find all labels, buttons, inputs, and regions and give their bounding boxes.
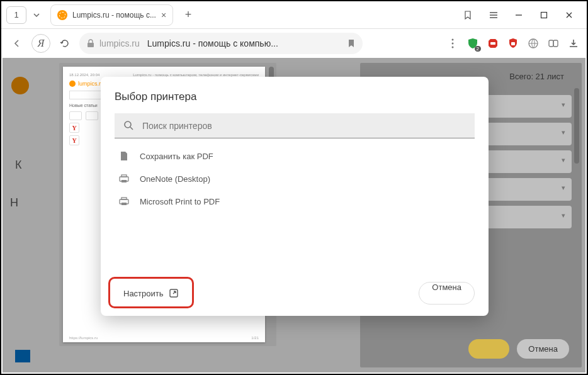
file-icon (118, 151, 130, 161)
svg-rect-13 (122, 180, 127, 182)
printer-option-mspdf[interactable]: Microsoft Print to PDF (115, 190, 475, 213)
panel-scrollbar[interactable] (574, 88, 579, 164)
close-window-button[interactable] (557, 6, 582, 25)
print-submit-button[interactable]: ____ (468, 339, 509, 359)
svg-rect-12 (122, 175, 127, 177)
search-icon (123, 120, 135, 132)
browser-tab[interactable]: Lumpics.ru - помощь с... × (50, 4, 173, 26)
bookmark-menu-icon[interactable] (456, 6, 481, 25)
printer-search[interactable] (115, 113, 475, 138)
chevron-down-icon[interactable] (29, 8, 44, 23)
tab-counter[interactable]: 1 (6, 6, 26, 24)
minimize-button[interactable] (506, 6, 531, 25)
printer-option-pdf[interactable]: Сохранить как PDF (115, 145, 475, 167)
translate-icon[interactable] (526, 36, 540, 50)
print-cancel-button[interactable]: Отмена (517, 339, 569, 359)
configure-button[interactable]: Настроить (115, 282, 188, 305)
modal-title: Выбор принтера (115, 91, 475, 103)
back-button[interactable] (8, 34, 26, 53)
new-tab-button[interactable]: + (179, 6, 197, 24)
settings-lines-icon[interactable] (481, 6, 506, 25)
svg-rect-6 (511, 42, 515, 45)
address-bar[interactable]: lumpics.ru Lumpics.ru - помощь с компью.… (79, 33, 363, 54)
svg-rect-15 (122, 198, 127, 199)
svg-rect-1 (88, 43, 94, 47)
printer-label: Сохранить как PDF (140, 152, 213, 161)
bookmark-icon[interactable] (348, 39, 355, 48)
protect-shield-icon[interactable]: 2 (466, 36, 480, 50)
svg-point-10 (125, 121, 131, 128)
shield-badge: 2 (475, 46, 481, 52)
svg-point-2 (452, 39, 454, 41)
svg-rect-8 (549, 40, 553, 47)
svg-rect-9 (553, 40, 558, 47)
svg-point-3 (452, 43, 454, 45)
configure-label: Настроить (123, 289, 164, 298)
svg-rect-16 (122, 203, 127, 205)
cancel-button[interactable]: Отмена (419, 282, 475, 305)
close-tab-icon[interactable]: × (161, 10, 166, 20)
url-title: Lumpics.ru - помощь с компью... (147, 38, 278, 48)
printer-icon (118, 197, 130, 206)
reload-button[interactable] (55, 34, 74, 53)
printer-label: OneNote (Desktop) (140, 174, 210, 184)
printer-option-onenote[interactable]: OneNote (Desktop) (115, 167, 475, 190)
printer-icon (118, 174, 130, 183)
maximize-button[interactable] (531, 6, 557, 25)
svg-rect-5 (490, 42, 495, 45)
favicon-icon (57, 10, 67, 20)
adblock-icon[interactable] (486, 36, 500, 50)
yandex-home-button[interactable]: Я (31, 34, 50, 53)
security-lock-icon[interactable] (506, 36, 520, 50)
svg-rect-0 (541, 12, 547, 18)
url-domain: lumpics.ru (99, 38, 140, 48)
extensions-icon[interactable] (546, 36, 560, 50)
lock-icon (87, 39, 94, 48)
tab-title: Lumpics.ru - помощь с... (72, 11, 156, 20)
external-link-icon (169, 288, 179, 298)
printer-search-input[interactable] (142, 121, 466, 131)
menu-dots-icon[interactable] (446, 36, 460, 50)
svg-point-4 (452, 47, 454, 48)
downloads-icon[interactable] (567, 36, 580, 50)
printer-label: Microsoft Print to PDF (140, 197, 220, 206)
printer-selection-dialog: Выбор принтера Сохранить как PDF OneNote… (101, 77, 489, 316)
